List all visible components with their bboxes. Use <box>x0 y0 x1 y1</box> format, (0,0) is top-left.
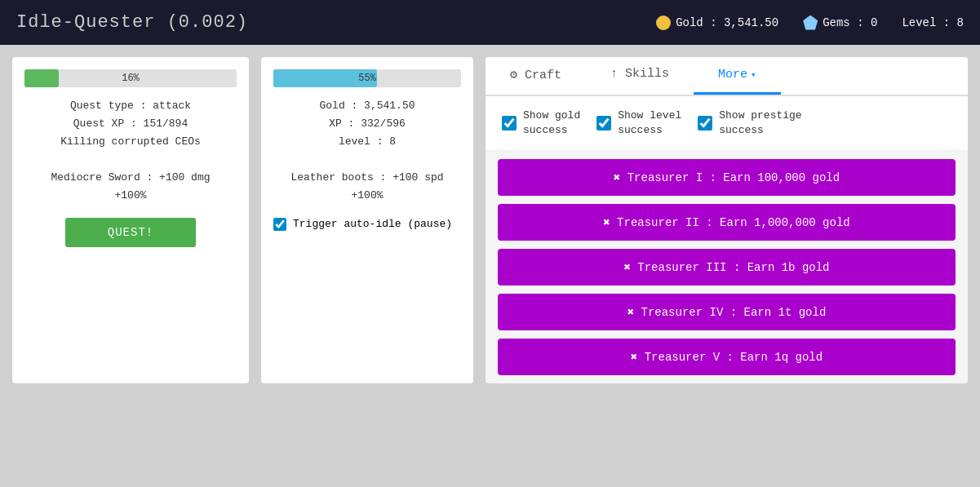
tab-skills[interactable]: ↑ Skills <box>586 57 694 95</box>
header-stats: Gold : 3,541.50 Gems : 0 Level : 8 <box>656 15 964 30</box>
achievement-treasurer-3[interactable]: ✖ Treasurer III : Earn 1b gold <box>498 249 956 286</box>
achievement-treasurer-1[interactable]: ✖ Treasurer I : Earn 100,000 gold <box>498 159 956 196</box>
level-value: Level : 8 <box>902 16 964 29</box>
checkbox-gold-success: Show goldsuccess <box>502 108 580 138</box>
checkboxes-row: Show goldsuccess Show levelsuccess Show … <box>486 96 968 151</box>
stats-info: Gold : 3,541.50 XP : 332/596 level : 8 L… <box>273 97 461 206</box>
gold-display: Gold : 3,541.50 <box>656 15 778 30</box>
gems-display: Gems : 0 <box>803 15 877 30</box>
app-header: Idle-Quester (0.002) Gold : 3,541.50 Gem… <box>0 0 980 45</box>
checkbox-prestige-success: Show prestigesuccess <box>698 108 801 138</box>
gold-value: Gold : 3,541.50 <box>676 16 778 29</box>
boots-label: Leather boots : +100 spd <box>273 169 461 187</box>
quest-desc: Killing corrupted CEOs <box>24 133 237 151</box>
quest-progress-fill <box>24 69 59 87</box>
gem-icon <box>803 15 818 30</box>
show-level-success-checkbox[interactable] <box>596 116 611 131</box>
tabs-row: ⚙ Craft ↑ Skills More ▾ <box>486 57 968 96</box>
show-gold-success-checkbox[interactable] <box>502 116 517 131</box>
trigger-row: Trigger auto-idle (pause) <box>273 218 461 231</box>
achievement-treasurer-4[interactable]: ✖ Treasurer IV : Earn 1t gold <box>498 294 956 330</box>
stats-panel: 55% Gold : 3,541.50 XP : 332/596 level :… <box>261 57 473 383</box>
gems-value: Gems : 0 <box>823 16 877 29</box>
quest-button[interactable]: QUEST! <box>65 218 196 247</box>
quest-progress-bar: 16% <box>24 69 237 87</box>
boots-bonus: +100% <box>273 187 461 205</box>
trigger-label: Trigger auto-idle (pause) <box>293 218 452 230</box>
tab-craft[interactable]: ⚙ Craft <box>486 57 586 95</box>
equipment-bonus: +100% <box>24 187 237 205</box>
quest-type: Quest type : attack <box>24 97 237 115</box>
quest-panel: 16% Quest type : attack Quest XP : 151/8… <box>12 57 249 383</box>
tab-more[interactable]: More ▾ <box>694 57 781 95</box>
quest-xp: Quest XP : 151/894 <box>24 115 237 133</box>
tab-skills-label: ↑ Skills <box>610 67 669 81</box>
main-area: 16% Quest type : attack Quest XP : 151/8… <box>0 45 980 396</box>
xp-progress-bar: 55% <box>273 69 461 87</box>
xp-progress-label: 55% <box>358 73 376 84</box>
show-prestige-success-label: Show prestigesuccess <box>719 108 801 138</box>
right-panel: ⚙ Craft ↑ Skills More ▾ Show goldsuccess… <box>486 57 968 383</box>
stat-gold: Gold : 3,541.50 <box>273 97 461 115</box>
achievement-treasurer-5[interactable]: ✖ Treasurer V : Earn 1q gold <box>498 339 956 375</box>
app-title: Idle-Quester (0.002) <box>16 12 248 33</box>
show-prestige-success-checkbox[interactable] <box>698 116 712 131</box>
trigger-checkbox[interactable] <box>273 218 286 231</box>
tab-more-label: More <box>718 68 747 82</box>
quest-progress-label: 16% <box>122 73 140 84</box>
show-gold-success-label: Show goldsuccess <box>523 108 580 138</box>
chevron-down-icon: ▾ <box>751 69 756 80</box>
tab-craft-label: ⚙ Craft <box>510 69 561 82</box>
achievement-treasurer-2[interactable]: ✖ Treasurer II : Earn 1,000,000 gold <box>498 204 956 241</box>
stat-level: level : 8 <box>273 133 461 151</box>
stat-xp: XP : 332/596 <box>273 115 461 133</box>
level-display: Level : 8 <box>902 16 964 29</box>
quest-info: Quest type : attack Quest XP : 151/894 K… <box>24 97 237 206</box>
show-level-success-label: Show levelsuccess <box>618 108 681 138</box>
checkbox-level-success: Show levelsuccess <box>596 108 681 138</box>
equipment-label: Mediocre Sword : +100 dmg <box>24 169 237 187</box>
gold-icon <box>656 15 671 30</box>
achievements-list: ✖ Treasurer I : Earn 100,000 gold ✖ Trea… <box>486 151 968 383</box>
